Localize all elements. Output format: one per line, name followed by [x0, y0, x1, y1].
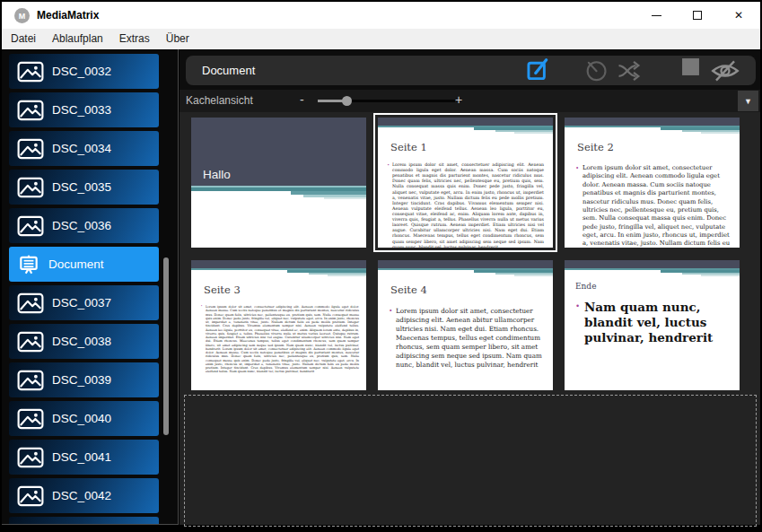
bullet-marker: • [576, 301, 579, 310]
sidebar-item-label: DSC_0036 [52, 219, 111, 232]
slide-tile-ende[interactable]: Ende • Nam quam nunc, blandit vel, luctu… [565, 260, 740, 390]
sidebar-item-dsc0035[interactable]: DSC_0035 [9, 170, 159, 205]
sidebar-item-label: DSC_0034 [52, 142, 111, 155]
sidebar-scrollbar-thumb[interactable] [163, 257, 169, 435]
slide-title-text: Seite 3 [204, 283, 241, 296]
deco-line [328, 275, 366, 276]
presentation-icon [17, 253, 40, 276]
timer-icon [583, 57, 609, 83]
eye-off-icon [709, 57, 741, 84]
sidebar-item-label: DSC_0039 [52, 373, 111, 387]
bullet-marker: • [390, 307, 391, 313]
slide-body-text: Lorem ipsum dolor sit amet, consectetuer… [396, 307, 546, 371]
sidebar-item-dsc0032[interactable]: DSC_0032 [9, 54, 159, 89]
slide-tile-seite4[interactable]: Seite 4 • Lorem ipsum dolor sit amet, co… [378, 260, 553, 390]
slide-title-text: Seite 2 [577, 141, 614, 153]
slide-body-text: Lorem ipsum dolor sit amet, consectetuer… [582, 164, 731, 248]
deco-line [514, 132, 553, 134]
view-mode-label: Kachelansicht [186, 94, 253, 107]
edit-button[interactable] [525, 57, 549, 82]
app-window: M MediaMatrix ✕ Datei Ablaufplan Extras … [0, 0, 762, 532]
slide-title-text: Seite 1 [390, 141, 427, 153]
image-icon [17, 61, 44, 83]
hide-button[interactable] [709, 57, 741, 84]
sidebar-item-partial[interactable] [9, 517, 159, 525]
chevron-down-icon: ▼ [744, 97, 752, 106]
sidebar-item-dsc0042[interactable]: DSC_0042 [9, 478, 159, 513]
sidebar-item-dsc0036[interactable]: DSC_0036 [9, 208, 159, 243]
bullet-marker: ▪ [388, 162, 390, 167]
slide-tile-hallo[interactable]: Hallo [191, 118, 366, 248]
sidebar-item-label: DSC_0041 [52, 450, 111, 464]
sidebar-item-dsc0038[interactable]: DSC_0038 [9, 324, 159, 359]
sidebar-item-label: Document [48, 257, 104, 271]
sidebar-item-dsc0037[interactable]: DSC_0037 [9, 285, 159, 320]
sidebar-item-label: DSC_0042 [52, 489, 111, 502]
sidebar-item-label: DSC_0035 [52, 180, 111, 194]
slide-tile-seite3[interactable]: Seite 3 ▪ Lorem ipsum dolor sit amet, co… [191, 260, 366, 390]
slide-body-text: Lorem ipsum dolor sit amet, consectetuer… [206, 305, 359, 374]
sidebar-item-label: DSC_0033 [52, 103, 111, 117]
drop-target-outline [184, 395, 757, 527]
menu-item-ablaufplan[interactable]: Ablaufplan [44, 29, 111, 49]
sidebar-item-dsc0040[interactable]: DSC_0040 [9, 401, 159, 436]
sidebar-item-label: DSC_0037 [52, 296, 111, 310]
window-title: MediaMatrix [37, 9, 99, 22]
sidebar-item-label: DSC_0038 [52, 335, 111, 348]
menu-item-datei[interactable]: Datei [3, 29, 44, 49]
shuffle-button[interactable] [616, 57, 645, 84]
title-bar: M MediaMatrix ✕ [2, 2, 760, 29]
deco-bar [378, 118, 553, 126]
stop-button[interactable] [681, 57, 700, 76]
view-dropdown-button[interactable]: ▼ [738, 91, 758, 111]
image-icon [17, 138, 44, 160]
shuffle-icon [616, 57, 645, 84]
sidebar-item-label: DSC_0040 [52, 412, 111, 425]
sidebar-item-dsc0039[interactable]: DSC_0039 [9, 362, 159, 397]
maximize-icon [693, 11, 702, 20]
view-options-bar [180, 90, 760, 112]
sidebar-item-document[interactable]: Document [9, 247, 159, 282]
deco-line [324, 197, 366, 199]
zoom-in-button[interactable]: + [455, 92, 462, 107]
sidebar-item-dsc0033[interactable]: DSC_0033 [9, 92, 159, 127]
slide-title-text: Hallo [203, 168, 231, 181]
app-logo-icon: M [14, 8, 30, 23]
slide-title-text: Ende [575, 282, 596, 291]
image-icon [17, 524, 44, 526]
bullet-marker: • [576, 164, 578, 170]
sidebar-item-dsc0041[interactable]: DSC_0041 [9, 440, 159, 475]
image-icon [17, 292, 44, 314]
stop-icon [681, 57, 700, 76]
sidebar-item-label: DSC_0032 [52, 65, 111, 78]
sidebar-item-dsc0034[interactable]: DSC_0034 [9, 131, 159, 166]
deco-bar [378, 260, 553, 268]
document-header-bar [186, 56, 756, 85]
slide-tile-seite1[interactable]: Seite 1 ▪ Lorem ipsum dolor sit amet, co… [378, 118, 553, 248]
tile-size-slider-thumb[interactable] [342, 96, 352, 106]
bullet-marker: ▪ [201, 304, 202, 308]
deco-bar [565, 118, 740, 126]
menu-item-ueber[interactable]: Über [158, 29, 197, 49]
timer-button[interactable] [583, 57, 609, 83]
zoom-out-button[interactable]: - [300, 92, 304, 107]
image-icon [17, 485, 44, 507]
minimize-button[interactable] [641, 2, 671, 29]
document-title: Document [202, 64, 255, 77]
maximize-button[interactable] [682, 2, 713, 29]
slide-title-text: Seite 4 [390, 283, 427, 296]
image-icon [17, 215, 44, 237]
menu-item-extras[interactable]: Extras [111, 29, 158, 49]
deco-line [514, 275, 553, 276]
deco-bar [565, 260, 740, 268]
media-list-sidebar: DSC_0032 DSC_0033 DSC_0034 DSC_0035 DSC_… [2, 49, 179, 525]
close-button[interactable]: ✕ [723, 2, 754, 29]
image-icon [17, 177, 44, 198]
deco-line [701, 275, 740, 276]
menu-bar: Datei Ablaufplan Extras Über [2, 29, 760, 49]
close-icon: ✕ [734, 9, 743, 22]
image-icon [17, 331, 44, 353]
edit-icon [525, 57, 549, 82]
slide-body-text: Nam quam nunc, blandit vel, luctus pulvi… [584, 300, 736, 345]
slide-tile-seite2[interactable]: Seite 2 • Lorem ipsum dolor sit amet, co… [565, 118, 740, 248]
